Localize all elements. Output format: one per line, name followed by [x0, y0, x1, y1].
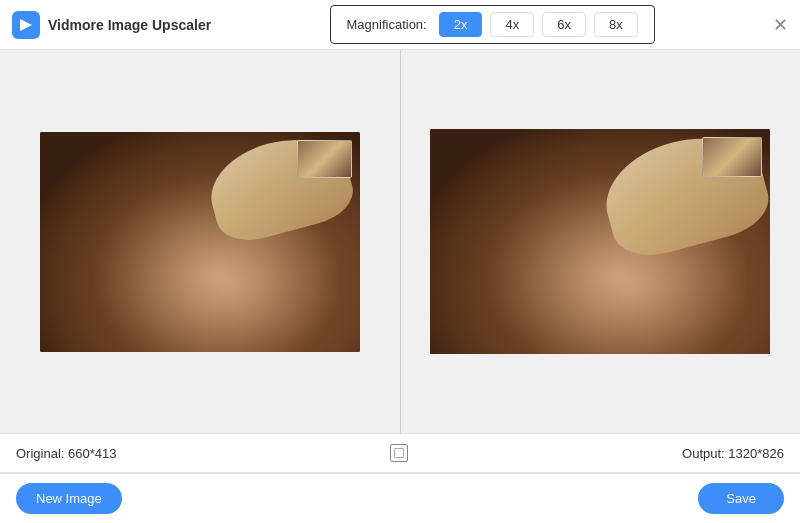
mag-8x-button[interactable]: 8x: [594, 12, 638, 37]
compare-button[interactable]: [390, 444, 408, 462]
output-image: [430, 129, 770, 354]
mag-6x-button[interactable]: 6x: [542, 12, 586, 37]
magnification-label: Magnification:: [347, 17, 427, 32]
output-info: Output: 1320*826: [682, 446, 784, 461]
thumbnail-overlay-left: [297, 140, 352, 178]
mag-4x-button[interactable]: 4x: [490, 12, 534, 37]
title-bar: Vidmore Image Upscaler Magnification: 2x…: [0, 0, 800, 50]
compare-icon-inner: [394, 448, 404, 458]
app-icon: [12, 11, 40, 39]
bottom-bar: New Image Save: [0, 473, 800, 523]
magnification-bar: Magnification: 2x 4x 6x 8x: [330, 5, 655, 44]
new-image-button[interactable]: New Image: [16, 483, 122, 514]
main-content: [0, 50, 800, 433]
app-branding: Vidmore Image Upscaler: [12, 11, 211, 39]
original-info: Original: 660*413: [16, 446, 116, 461]
save-button[interactable]: Save: [698, 483, 784, 514]
app-title: Vidmore Image Upscaler: [48, 17, 211, 33]
mag-2x-button[interactable]: 2x: [439, 12, 483, 37]
original-panel: [0, 50, 401, 433]
info-bar: Original: 660*413 Output: 1320*826: [0, 433, 800, 473]
output-panel: [401, 50, 801, 433]
original-image: [40, 132, 360, 352]
close-button[interactable]: ✕: [773, 16, 788, 34]
thumbnail-overlay-right: [702, 137, 762, 177]
